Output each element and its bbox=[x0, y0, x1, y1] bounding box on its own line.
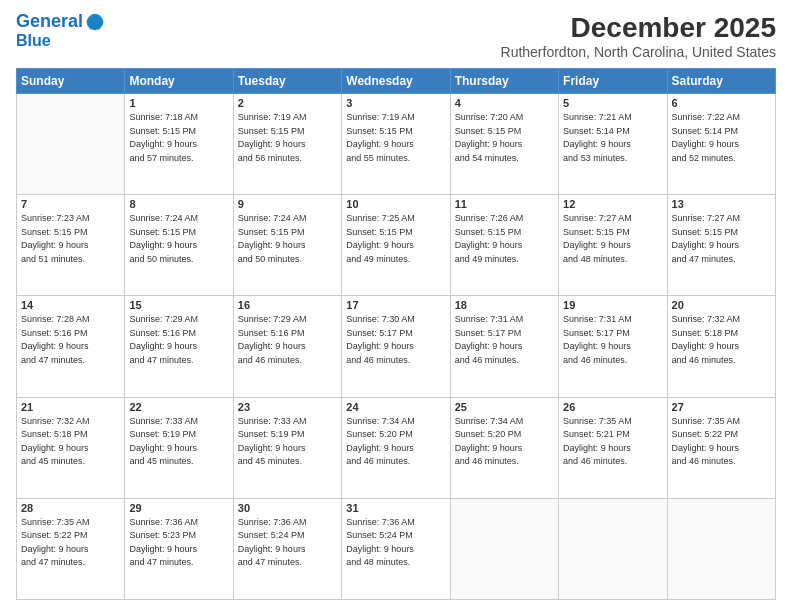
day-number: 8 bbox=[129, 198, 228, 210]
weekday-header-thursday: Thursday bbox=[450, 69, 558, 94]
calendar-cell: 2Sunrise: 7:19 AM Sunset: 5:15 PM Daylig… bbox=[233, 94, 341, 195]
day-info: Sunrise: 7:26 AM Sunset: 5:15 PM Dayligh… bbox=[455, 212, 554, 266]
day-info: Sunrise: 7:29 AM Sunset: 5:16 PM Dayligh… bbox=[238, 313, 337, 367]
day-number: 20 bbox=[672, 299, 771, 311]
calendar-cell: 26Sunrise: 7:35 AM Sunset: 5:21 PM Dayli… bbox=[559, 397, 667, 498]
day-number: 26 bbox=[563, 401, 662, 413]
calendar-table: SundayMondayTuesdayWednesdayThursdayFrid… bbox=[16, 68, 776, 600]
calendar-cell: 27Sunrise: 7:35 AM Sunset: 5:22 PM Dayli… bbox=[667, 397, 775, 498]
calendar-cell: 1Sunrise: 7:18 AM Sunset: 5:15 PM Daylig… bbox=[125, 94, 233, 195]
calendar-cell: 29Sunrise: 7:36 AM Sunset: 5:23 PM Dayli… bbox=[125, 498, 233, 599]
day-info: Sunrise: 7:23 AM Sunset: 5:15 PM Dayligh… bbox=[21, 212, 120, 266]
weekday-header-saturday: Saturday bbox=[667, 69, 775, 94]
day-number: 12 bbox=[563, 198, 662, 210]
day-info: Sunrise: 7:32 AM Sunset: 5:18 PM Dayligh… bbox=[672, 313, 771, 367]
day-info: Sunrise: 7:31 AM Sunset: 5:17 PM Dayligh… bbox=[563, 313, 662, 367]
calendar-cell: 5Sunrise: 7:21 AM Sunset: 5:14 PM Daylig… bbox=[559, 94, 667, 195]
day-info: Sunrise: 7:28 AM Sunset: 5:16 PM Dayligh… bbox=[21, 313, 120, 367]
day-info: Sunrise: 7:27 AM Sunset: 5:15 PM Dayligh… bbox=[672, 212, 771, 266]
day-info: Sunrise: 7:30 AM Sunset: 5:17 PM Dayligh… bbox=[346, 313, 445, 367]
calendar-cell: 6Sunrise: 7:22 AM Sunset: 5:14 PM Daylig… bbox=[667, 94, 775, 195]
weekday-header-sunday: Sunday bbox=[17, 69, 125, 94]
calendar-cell: 14Sunrise: 7:28 AM Sunset: 5:16 PM Dayli… bbox=[17, 296, 125, 397]
day-info: Sunrise: 7:27 AM Sunset: 5:15 PM Dayligh… bbox=[563, 212, 662, 266]
day-number: 18 bbox=[455, 299, 554, 311]
day-info: Sunrise: 7:33 AM Sunset: 5:19 PM Dayligh… bbox=[238, 415, 337, 469]
weekday-header-wednesday: Wednesday bbox=[342, 69, 450, 94]
calendar-cell: 28Sunrise: 7:35 AM Sunset: 5:22 PM Dayli… bbox=[17, 498, 125, 599]
day-number: 1 bbox=[129, 97, 228, 109]
day-number: 4 bbox=[455, 97, 554, 109]
calendar-cell: 23Sunrise: 7:33 AM Sunset: 5:19 PM Dayli… bbox=[233, 397, 341, 498]
day-number: 16 bbox=[238, 299, 337, 311]
calendar-cell: 4Sunrise: 7:20 AM Sunset: 5:15 PM Daylig… bbox=[450, 94, 558, 195]
day-number: 15 bbox=[129, 299, 228, 311]
calendar-cell bbox=[559, 498, 667, 599]
day-info: Sunrise: 7:36 AM Sunset: 5:24 PM Dayligh… bbox=[238, 516, 337, 570]
calendar-cell: 13Sunrise: 7:27 AM Sunset: 5:15 PM Dayli… bbox=[667, 195, 775, 296]
day-info: Sunrise: 7:29 AM Sunset: 5:16 PM Dayligh… bbox=[129, 313, 228, 367]
day-number: 3 bbox=[346, 97, 445, 109]
weekday-header-row: SundayMondayTuesdayWednesdayThursdayFrid… bbox=[17, 69, 776, 94]
calendar-cell: 20Sunrise: 7:32 AM Sunset: 5:18 PM Dayli… bbox=[667, 296, 775, 397]
calendar-cell bbox=[17, 94, 125, 195]
logo-text: General bbox=[16, 12, 83, 32]
logo: General Blue bbox=[16, 12, 105, 50]
day-number: 30 bbox=[238, 502, 337, 514]
day-info: Sunrise: 7:18 AM Sunset: 5:15 PM Dayligh… bbox=[129, 111, 228, 165]
day-number: 17 bbox=[346, 299, 445, 311]
day-number: 21 bbox=[21, 401, 120, 413]
calendar-cell: 8Sunrise: 7:24 AM Sunset: 5:15 PM Daylig… bbox=[125, 195, 233, 296]
week-row-2: 14Sunrise: 7:28 AM Sunset: 5:16 PM Dayli… bbox=[17, 296, 776, 397]
day-info: Sunrise: 7:36 AM Sunset: 5:23 PM Dayligh… bbox=[129, 516, 228, 570]
day-info: Sunrise: 7:33 AM Sunset: 5:19 PM Dayligh… bbox=[129, 415, 228, 469]
day-number: 24 bbox=[346, 401, 445, 413]
logo-blue-text: Blue bbox=[16, 32, 51, 50]
calendar-cell: 17Sunrise: 7:30 AM Sunset: 5:17 PM Dayli… bbox=[342, 296, 450, 397]
logo-icon bbox=[85, 12, 105, 32]
title-block: December 2025 Rutherfordton, North Carol… bbox=[501, 12, 776, 60]
day-number: 25 bbox=[455, 401, 554, 413]
day-info: Sunrise: 7:35 AM Sunset: 5:22 PM Dayligh… bbox=[672, 415, 771, 469]
weekday-header-monday: Monday bbox=[125, 69, 233, 94]
day-info: Sunrise: 7:19 AM Sunset: 5:15 PM Dayligh… bbox=[238, 111, 337, 165]
header: General Blue December 2025 Rutherfordton… bbox=[16, 12, 776, 60]
day-info: Sunrise: 7:22 AM Sunset: 5:14 PM Dayligh… bbox=[672, 111, 771, 165]
day-number: 5 bbox=[563, 97, 662, 109]
day-number: 19 bbox=[563, 299, 662, 311]
day-info: Sunrise: 7:24 AM Sunset: 5:15 PM Dayligh… bbox=[129, 212, 228, 266]
day-number: 7 bbox=[21, 198, 120, 210]
week-row-0: 1Sunrise: 7:18 AM Sunset: 5:15 PM Daylig… bbox=[17, 94, 776, 195]
day-info: Sunrise: 7:36 AM Sunset: 5:24 PM Dayligh… bbox=[346, 516, 445, 570]
day-info: Sunrise: 7:31 AM Sunset: 5:17 PM Dayligh… bbox=[455, 313, 554, 367]
day-number: 6 bbox=[672, 97, 771, 109]
calendar-cell: 18Sunrise: 7:31 AM Sunset: 5:17 PM Dayli… bbox=[450, 296, 558, 397]
day-number: 13 bbox=[672, 198, 771, 210]
calendar-cell: 3Sunrise: 7:19 AM Sunset: 5:15 PM Daylig… bbox=[342, 94, 450, 195]
calendar-cell: 7Sunrise: 7:23 AM Sunset: 5:15 PM Daylig… bbox=[17, 195, 125, 296]
day-number: 14 bbox=[21, 299, 120, 311]
calendar-cell bbox=[667, 498, 775, 599]
day-info: Sunrise: 7:21 AM Sunset: 5:14 PM Dayligh… bbox=[563, 111, 662, 165]
calendar-cell: 30Sunrise: 7:36 AM Sunset: 5:24 PM Dayli… bbox=[233, 498, 341, 599]
calendar-cell: 22Sunrise: 7:33 AM Sunset: 5:19 PM Dayli… bbox=[125, 397, 233, 498]
day-number: 31 bbox=[346, 502, 445, 514]
day-info: Sunrise: 7:32 AM Sunset: 5:18 PM Dayligh… bbox=[21, 415, 120, 469]
calendar-cell: 9Sunrise: 7:24 AM Sunset: 5:15 PM Daylig… bbox=[233, 195, 341, 296]
calendar-cell: 12Sunrise: 7:27 AM Sunset: 5:15 PM Dayli… bbox=[559, 195, 667, 296]
calendar-cell: 25Sunrise: 7:34 AM Sunset: 5:20 PM Dayli… bbox=[450, 397, 558, 498]
calendar-cell: 15Sunrise: 7:29 AM Sunset: 5:16 PM Dayli… bbox=[125, 296, 233, 397]
month-title: December 2025 bbox=[501, 12, 776, 44]
day-number: 29 bbox=[129, 502, 228, 514]
day-number: 28 bbox=[21, 502, 120, 514]
day-number: 23 bbox=[238, 401, 337, 413]
weekday-header-friday: Friday bbox=[559, 69, 667, 94]
week-row-1: 7Sunrise: 7:23 AM Sunset: 5:15 PM Daylig… bbox=[17, 195, 776, 296]
calendar-cell: 31Sunrise: 7:36 AM Sunset: 5:24 PM Dayli… bbox=[342, 498, 450, 599]
day-number: 10 bbox=[346, 198, 445, 210]
day-number: 9 bbox=[238, 198, 337, 210]
page: General Blue December 2025 Rutherfordton… bbox=[0, 0, 792, 612]
day-info: Sunrise: 7:20 AM Sunset: 5:15 PM Dayligh… bbox=[455, 111, 554, 165]
day-info: Sunrise: 7:25 AM Sunset: 5:15 PM Dayligh… bbox=[346, 212, 445, 266]
location: Rutherfordton, North Carolina, United St… bbox=[501, 44, 776, 60]
